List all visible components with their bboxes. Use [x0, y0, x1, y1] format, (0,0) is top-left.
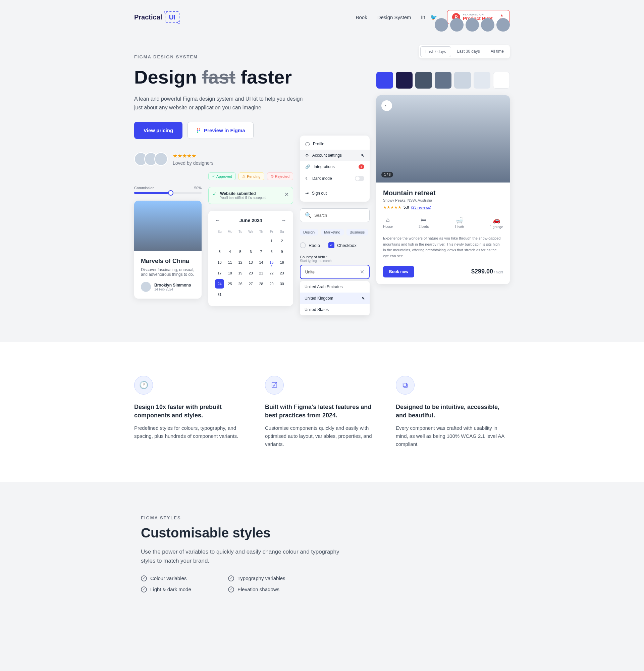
feature-title: Design 10x faster with prebuilt componen… — [134, 403, 248, 420]
logo-text: Practical — [134, 13, 162, 21]
color-swatch[interactable] — [493, 72, 510, 89]
calendar-dow: Fr — [267, 228, 276, 235]
color-swatch[interactable] — [396, 72, 413, 89]
back-button[interactable]: ← — [381, 100, 392, 111]
check-icon: ✓ — [228, 575, 234, 581]
logo-box: UI — [165, 11, 179, 23]
calendar-day[interactable]: 31 — [215, 290, 224, 299]
calendar-day[interactable]: 24 — [215, 279, 224, 289]
menu-profile[interactable]: ◯Profile — [300, 138, 370, 150]
calendar-day[interactable]: 8 — [267, 247, 276, 256]
color-swatch[interactable] — [454, 72, 471, 89]
combo-input[interactable]: ✕ — [300, 265, 370, 279]
tag-design[interactable]: Design — [300, 229, 318, 236]
feature-label: 2 beds — [418, 225, 429, 228]
calendar-day[interactable]: 12 — [236, 258, 245, 267]
calendar-day — [257, 236, 266, 245]
calendar-day[interactable]: 9 — [278, 247, 286, 256]
article-date: 14 Feb 2024 — [154, 288, 191, 291]
tab-alltime[interactable]: All time — [486, 46, 508, 57]
menu-darkmode[interactable]: ☾Dark mode — [300, 173, 370, 185]
calendar-day[interactable]: 18 — [226, 268, 234, 278]
check-item: ✓Elevation shadows — [228, 586, 295, 593]
calendar-day[interactable]: 11 — [226, 258, 234, 267]
link-icon: 🔗 — [305, 164, 310, 169]
price-unit: / night — [493, 270, 503, 274]
calendar-day[interactable]: 6 — [246, 247, 255, 256]
logo[interactable]: Practical UI — [134, 11, 179, 23]
bed-icon: 🛏 — [418, 216, 429, 224]
calendar-day[interactable]: 26 — [236, 279, 245, 289]
calendar-day[interactable]: 17 — [215, 268, 224, 278]
tab-30days[interactable]: Last 30 days — [452, 46, 485, 57]
combo-option[interactable]: United Kingdom ⬉ — [300, 293, 370, 304]
color-swatch[interactable] — [435, 72, 451, 89]
checklist-icon: ☑ — [265, 376, 284, 394]
calendar-day[interactable]: 13 — [246, 258, 255, 267]
color-swatch[interactable] — [474, 72, 490, 89]
combo-option[interactable]: United Arab Emirates — [300, 281, 370, 293]
calendar-day[interactable]: 1 — [267, 236, 276, 245]
radio-control[interactable]: Radio — [300, 242, 320, 248]
tab-7days[interactable]: Last 7 days — [420, 46, 451, 57]
calendar-day[interactable]: 16 — [278, 258, 286, 267]
combo-field[interactable] — [305, 270, 360, 275]
article-card[interactable]: Marvels of China Discover fascinating, u… — [134, 201, 202, 299]
nav-book[interactable]: Book — [356, 14, 367, 20]
calendar-day[interactable]: 5 — [236, 247, 245, 256]
calendar-day[interactable]: 21 — [257, 268, 266, 278]
calendar-day[interactable]: 4 — [226, 247, 234, 256]
next-month-button[interactable]: → — [281, 217, 286, 224]
author-avatar — [141, 282, 151, 292]
reviews-link[interactable]: (23 reviews) — [411, 205, 432, 210]
calendar-day[interactable]: 10 — [215, 258, 224, 267]
calendar-day[interactable]: 22 — [267, 268, 276, 278]
user-avatar — [497, 18, 510, 31]
feature-label: House — [383, 225, 393, 228]
feature-title: Designed to be intuitive, accessible, an… — [396, 403, 510, 420]
slider-thumb[interactable] — [168, 190, 173, 195]
calendar-day[interactable]: 15 — [267, 258, 276, 267]
styles-eyebrow: FIGMA STYLES — [141, 515, 510, 520]
image-counter: 1 / 8 — [381, 172, 393, 177]
calendar-component: ← June 2024 → SuMoTuWeThFrSa123456789101… — [208, 211, 293, 306]
slider-track[interactable] — [134, 192, 202, 194]
house-icon: ⌂ — [383, 216, 393, 224]
calendar-day[interactable]: 23 — [278, 268, 286, 278]
toggle-switch[interactable] — [355, 176, 364, 181]
check-icon: ✓ — [141, 575, 147, 581]
menu-integrations[interactable]: 🔗Integrations8 — [300, 161, 370, 173]
check-item: ✓Colour variables — [141, 575, 208, 581]
calendar-day[interactable]: 27 — [246, 279, 255, 289]
tag-marketing[interactable]: Marketing — [321, 229, 344, 236]
checkbox-control[interactable]: ✓Checkbox — [329, 242, 357, 248]
calendar-day[interactable]: 14 — [257, 258, 266, 267]
clear-icon[interactable]: ✕ — [360, 269, 364, 275]
dropdown-menu: ◯Profile ⚙Account settings⬉ 🔗Integration… — [300, 136, 370, 202]
calendar-day[interactable]: 25 — [226, 279, 234, 289]
calendar-day — [226, 236, 234, 245]
prev-month-button[interactable]: ← — [215, 217, 220, 224]
cursor-icon: ⬉ — [361, 153, 364, 158]
calendar-day[interactable]: 30 — [278, 279, 286, 289]
feature-label: 1 garage — [490, 225, 503, 229]
search-field[interactable] — [314, 213, 364, 218]
combo-option[interactable]: United States — [300, 304, 370, 315]
menu-signout[interactable]: ⇥Sign out — [300, 188, 370, 199]
calendar-day[interactable]: 19 — [236, 268, 245, 278]
calendar-day[interactable]: 29 — [267, 279, 276, 289]
search-input[interactable]: 🔍 — [300, 208, 370, 222]
color-swatch[interactable] — [376, 72, 393, 89]
menu-settings[interactable]: ⚙Account settings⬉ — [300, 150, 370, 161]
color-swatch[interactable] — [415, 72, 432, 89]
tag-business[interactable]: Business — [347, 229, 368, 236]
book-now-button[interactable]: Book now — [383, 266, 414, 277]
calendar-day[interactable]: 20 — [246, 268, 255, 278]
calendar-day[interactable]: 3 — [215, 247, 224, 256]
calendar-day[interactable]: 28 — [257, 279, 266, 289]
calendar-day[interactable]: 2 — [278, 236, 286, 245]
close-icon[interactable]: ✕ — [284, 191, 289, 198]
calendar-day[interactable]: 7 — [257, 247, 266, 256]
calendar-dow: Tu — [236, 228, 245, 235]
article-title: Marvels of China — [141, 258, 195, 265]
